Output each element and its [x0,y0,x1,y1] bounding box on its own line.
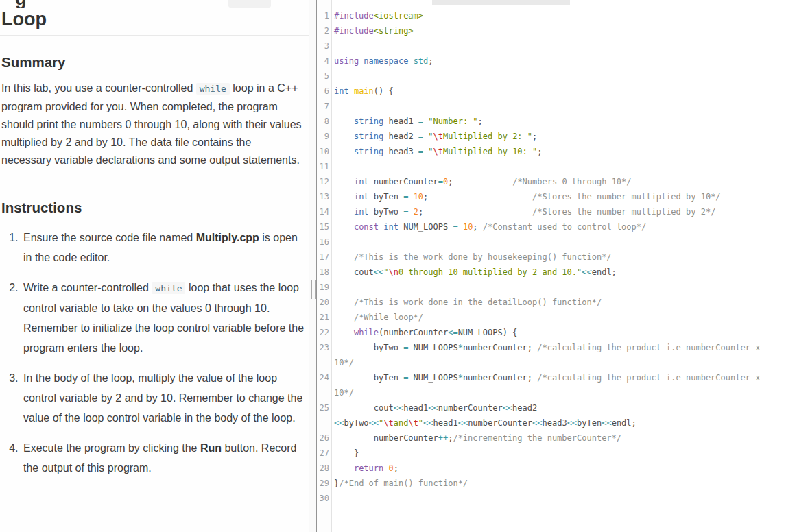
code-line[interactable]: 20 /*This is work done in the detailLoop… [317,295,797,310]
code-token: << [503,403,512,413]
code-token [458,222,463,232]
code-token: numberCounter [438,403,503,413]
code-token: \t [433,147,443,156]
code-token: << [582,267,591,277]
code-line[interactable]: 12 int numberCounter=0; /*Numbers 0 thro… [317,174,797,189]
code-line[interactable]: <<byTwo<<"\tand\t"<<head1<<numberCounter… [317,415,797,431]
line-number: 8 [317,114,332,129]
code-token: << [334,418,344,428]
code-line[interactable]: 7 [317,99,797,114]
code-line[interactable]: 22 while(numberCounter<=NUM_LOOPS) { [317,325,797,340]
line-number: 19 [317,280,332,295]
code-line[interactable]: 5 [317,69,797,84]
code-token: byTen [577,418,602,428]
code-line[interactable]: 29}/*End of main() function*/ [317,476,797,491]
instructions-heading: Instructions [1,200,306,216]
code-text: using namespace std; [332,53,797,69]
code-line[interactable]: 18 cout<<"\n0 through 10 multiplied by 2… [317,265,797,280]
code-line[interactable]: 27 } [317,446,797,461]
code-line[interactable]: 26 numberCounter++;/*incrementing the nu… [317,431,797,446]
code-line[interactable]: 28 return 0; [317,461,797,476]
code-token: using [334,56,359,66]
code-token: = [418,117,423,126]
text-segment: In this lab, you use a counter-controlle… [1,82,196,94]
code-token: NUM_LOOPS [408,343,457,352]
code-token: Multiplied by 2: " [443,132,532,141]
text-segment: Execute the program by clicking the [23,442,200,454]
code-line[interactable]: 9 string head2 = "\tMultiplied by 2: "; [317,129,797,144]
code-token: #include [334,26,374,36]
code-text: numberCounter++;/*incrementing the numbe… [332,431,797,446]
code-line[interactable]: 24 byTen = NUM_LOOPS*numberCounter; /*ca… [317,370,797,385]
code-line[interactable]: 4using namespace std; [317,53,797,69]
code-token: 10*/ [334,358,354,367]
code-token [383,463,388,473]
code-line[interactable]: 6int main() { [317,84,797,99]
code-line[interactable]: 15 const int NUM_LOOPS = 10; /*Constant … [317,219,797,234]
code-text: string head1 = "Number: "; [332,114,797,129]
code-token: const [354,222,379,232]
code-token: return [354,463,383,473]
code-text: const int NUM_LOOPS = 10; /*Constant use… [332,219,797,234]
code-line[interactable]: 2#include<string> [317,23,797,38]
code-token: <iostream> [374,11,423,21]
code-area[interactable]: 1#include<iostream>2#include<string>34us… [317,8,797,506]
code-line[interactable]: 10*/ [317,355,797,370]
code-line[interactable]: 10*/ [317,385,797,400]
line-number: 22 [317,325,332,340]
code-text: int main() { [332,84,797,99]
code-line[interactable]: 8 string head1 = "Number: "; [317,114,797,129]
code-token: #include [334,11,374,21]
code-token: << [567,418,577,428]
code-line[interactable]: 13 int byTen = 10; /*Stores the number m… [317,189,797,204]
code-line[interactable]: 19 [317,280,797,295]
code-token: /*While loop*/ [354,313,423,322]
line-number: 13 [317,189,332,204]
line-number: 7 [317,99,332,114]
code-token: << [428,403,438,413]
code-token: Multiplied by 10: " [443,147,537,156]
code-token: string [354,132,383,141]
code-text: } [332,446,797,461]
code-token: head2 [512,403,537,413]
code-text: /*This is work done in the detailLoop() … [332,295,797,310]
code-line[interactable]: 16 [317,234,797,250]
code-text [332,159,797,174]
code-text [332,38,797,53]
code-line[interactable]: 10 string head3 = "\tMultiplied by 10: "… [317,144,797,159]
code-line[interactable]: 1#include<iostream> [317,8,797,23]
code-editor[interactable]: 1#include<iostream>2#include<string>34us… [316,0,797,532]
code-token: << [369,418,379,428]
code-line[interactable]: 21 /*While loop*/ [317,310,797,325]
line-number [317,385,332,400]
code-token: " [418,418,423,428]
code-line[interactable]: 23 byTwo = NUM_LOOPS*numberCounter; /*ca… [317,340,797,355]
code-line[interactable]: 14 int byTwo = 2; /*Stores the number mu… [317,204,797,219]
code-line[interactable]: 30 [317,491,797,506]
panel-splitter[interactable] [309,0,316,532]
code-line[interactable]: 25 cout<<head1<<numberCounter<<head2 [317,400,797,415]
code-token: string [354,147,383,156]
bold-text: Multiply.cpp [196,232,259,243]
code-token [334,132,354,141]
code-token [334,192,354,202]
code-token: \n [389,267,398,277]
code-token: ; [394,463,398,473]
line-number: 15 [317,219,332,234]
code-token: string [354,117,383,126]
code-line[interactable]: 17 /*This is the work done by housekeepi… [317,250,797,265]
code-line[interactable]: 11 [317,159,797,174]
code-token: } [334,448,359,458]
code-token: endl; [592,267,617,277]
code-token [453,177,512,186]
line-number: 17 [317,250,332,265]
code-token: ; [478,117,483,126]
instruction-item: In the body of the loop, multiply the va… [21,368,306,428]
splitter-grip-icon[interactable] [311,280,316,299]
code-token: <= [448,328,457,337]
code-text: /*While loop*/ [332,310,797,325]
line-number: 21 [317,310,332,325]
code-line[interactable]: 3 [317,38,797,53]
code-token: * [458,373,463,383]
code-token [334,207,354,217]
